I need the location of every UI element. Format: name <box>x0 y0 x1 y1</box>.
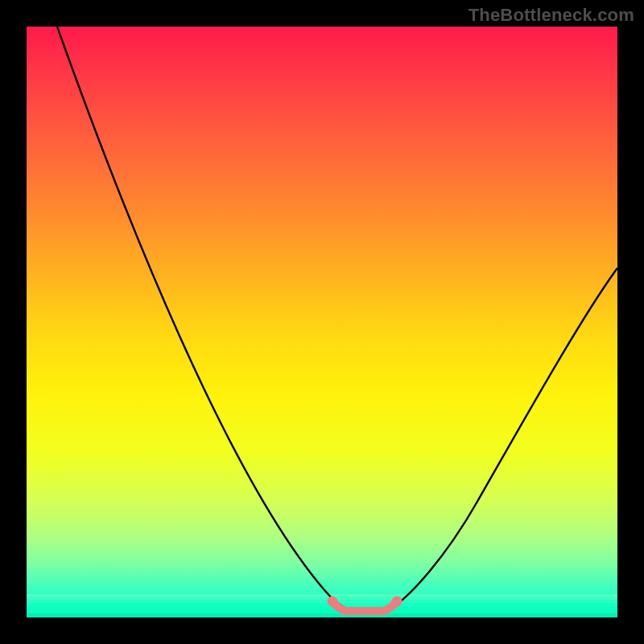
chart-frame: TheBottleneck.com <box>0 0 644 644</box>
watermark-text: TheBottleneck.com <box>469 5 634 26</box>
curve-right <box>390 268 617 609</box>
curve-left <box>57 27 349 609</box>
plot-area <box>27 27 617 617</box>
marker-endpoint-right <box>392 597 402 607</box>
marker-endpoint-left <box>328 597 338 607</box>
bottleneck-curve-svg <box>27 27 617 617</box>
optimal-range-marker <box>332 601 397 611</box>
